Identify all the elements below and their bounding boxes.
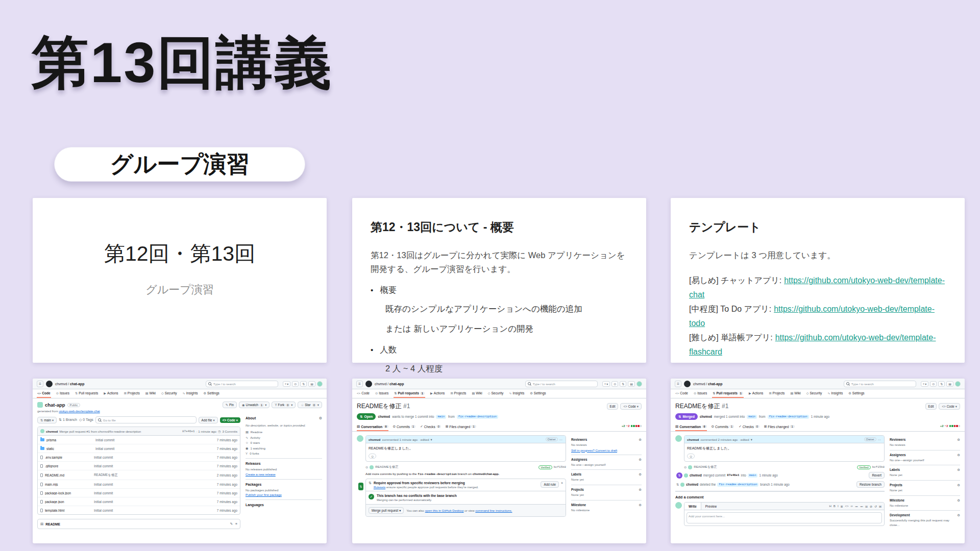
github-logo-icon[interactable]: [46, 381, 53, 387]
pr-tab[interactable]: ⊞Files changed1: [764, 423, 795, 431]
gear-icon[interactable]: ⚙: [957, 498, 960, 502]
about-item[interactable]: ▤Readme: [246, 430, 322, 434]
hamburger-menu-icon[interactable]: ≡: [356, 381, 363, 387]
repo-nav-tab[interactable]: ◇Security: [487, 389, 504, 398]
file-row[interactable]: .env.sample Initial commit 7 minutes ago: [38, 453, 240, 462]
file-row[interactable]: .gitignore Initial commit 7 minutes ago: [38, 462, 240, 470]
repo-nav-tab[interactable]: ▤Wiki: [790, 389, 801, 398]
outline-icon[interactable]: ≡: [235, 522, 237, 526]
comment-author[interactable]: chvmvd: [369, 438, 380, 441]
kebab-menu-icon[interactable]: ⋯: [559, 438, 563, 441]
repo-nav-tab[interactable]: <>Code: [356, 389, 370, 398]
comment-input[interactable]: Add your comment here...: [687, 512, 882, 523]
emoji-reaction-button[interactable]: ☺: [687, 454, 695, 459]
file-row[interactable]: prisma Initial commit 7 minutes ago: [38, 436, 240, 444]
head-branch-label[interactable]: fix-readme-description: [768, 415, 809, 419]
formatting-tool-icon[interactable]: H: [829, 505, 831, 508]
avatar[interactable]: [357, 435, 363, 442]
formatting-tool-icon[interactable]: B: [834, 505, 836, 508]
formatting-tool-icon[interactable]: ⊠: [879, 505, 881, 508]
formatting-tool-icon[interactable]: ↺: [874, 505, 877, 508]
merged-commit-hash[interactable]: 87e46e1: [727, 473, 739, 477]
repo-nav-tab[interactable]: ⚙Settings: [529, 389, 546, 398]
formatting-tool-icon[interactable]: ≔: [855, 505, 858, 508]
code-button[interactable]: <>Code▾: [939, 403, 960, 410]
repo-nav-tab[interactable]: ▶Actions: [103, 389, 118, 398]
pull-requests-icon[interactable]: ⇅: [938, 381, 945, 387]
edit-icon[interactable]: ✎: [230, 522, 233, 526]
edit-button[interactable]: Edit: [925, 403, 937, 410]
about-item[interactable]: Y0 forks: [246, 452, 322, 455]
pr-tab[interactable]: ⊙Commits1: [712, 423, 734, 431]
repo-nav-tab[interactable]: ▤Wiki: [145, 389, 156, 398]
readme-section-header[interactable]: ▤ README ✎≡: [37, 519, 240, 529]
edit-button[interactable]: Edit: [607, 403, 619, 410]
create-release-link[interactable]: Create a new release: [246, 472, 276, 476]
file-row[interactable]: static Initial commit 7 minutes ago: [38, 444, 240, 453]
base-branch-label[interactable]: main: [748, 473, 758, 478]
gear-icon[interactable]: ⚙: [957, 513, 960, 517]
fork-button[interactable]: YFork0▾: [272, 402, 296, 408]
add-file-button[interactable]: Add file▾: [199, 417, 218, 423]
repo-nav-tab[interactable]: <>Code: [675, 389, 689, 398]
gear-icon[interactable]: ⚙: [319, 416, 322, 420]
repo-nav-tab[interactable]: ⊙Issues: [375, 389, 389, 398]
create-new-button[interactable]: +▾: [921, 381, 929, 387]
base-branch-label[interactable]: main: [747, 415, 757, 419]
github-logo-icon[interactable]: [365, 381, 372, 387]
revert-button[interactable]: Revert: [869, 472, 885, 479]
head-branch-label[interactable]: fix-readme-description: [457, 415, 498, 419]
create-new-button[interactable]: +▾: [283, 381, 291, 387]
tags-count[interactable]: ◇ 0 Tags: [79, 418, 93, 422]
file-row[interactable]: package-lock.json Initial commit 7 minut…: [38, 489, 240, 497]
repo-nav-tab[interactable]: ⇅Pull requests: [75, 389, 99, 398]
repo-nav-tab[interactable]: ∿Insights: [827, 389, 843, 398]
cli-instructions-link[interactable]: command line instructions.: [475, 509, 512, 512]
pr-tab[interactable]: ✓Checks0: [739, 423, 760, 431]
merge-pull-request-button[interactable]: Merge pull request▾: [369, 507, 404, 514]
avatar[interactable]: [675, 435, 682, 442]
repo-nav-tab[interactable]: ⚙Settings: [203, 389, 220, 398]
gear-icon[interactable]: ⚙: [957, 483, 960, 487]
repo-nav-tab[interactable]: ⊞Projects: [124, 389, 140, 398]
commit-hash[interactable]: bcf15b8: [554, 465, 566, 469]
close-icon[interactable]: ×: [561, 481, 563, 485]
inbox-icon[interactable]: ▤: [946, 381, 953, 387]
issues-icon[interactable]: ⊙: [930, 381, 937, 387]
search-input[interactable]: Type / to search: [525, 381, 598, 387]
inbox-icon[interactable]: ▤: [308, 381, 315, 387]
packages-heading[interactable]: Packages: [246, 483, 322, 486]
formatting-tool-icon[interactable]: I: [838, 505, 839, 508]
formatting-tool-icon[interactable]: ∞: [851, 505, 853, 508]
repo-nav-tab[interactable]: ◇Security: [806, 389, 823, 398]
pin-button[interactable]: ✎Pin: [223, 402, 237, 408]
sidebar-link[interactable]: Still in progress? Convert to draft: [571, 448, 642, 452]
releases-heading[interactable]: Releases: [246, 462, 322, 465]
hamburger-menu-icon[interactable]: ≡: [37, 381, 43, 387]
pr-tab[interactable]: ▤Conversation0: [357, 423, 388, 431]
repo-nav-tab[interactable]: ⇅Pull requests1: [394, 389, 425, 398]
file-row[interactable]: package.json Initial commit 7 minutes ag…: [38, 497, 240, 506]
restore-branch-button[interactable]: Restore branch: [856, 481, 885, 488]
repo-name[interactable]: chat-app: [45, 402, 65, 408]
repo-nav-tab[interactable]: ⊙Issues: [56, 389, 70, 398]
gear-icon[interactable]: ⚙: [639, 488, 642, 491]
gear-icon[interactable]: ⚙: [639, 458, 642, 461]
repo-nav-tab[interactable]: ◇Security: [161, 389, 178, 398]
formatting-tool-icon[interactable]: <>: [845, 505, 849, 508]
repo-nav-tab[interactable]: ▶Actions: [430, 389, 445, 398]
emoji-reaction-button[interactable]: ☺: [369, 454, 376, 459]
formatting-tool-icon[interactable]: ⊞: [865, 505, 868, 508]
pr-author[interactable]: chvmvd: [700, 415, 712, 418]
pr-tab[interactable]: ✓Checks0: [420, 423, 441, 431]
issues-icon[interactable]: ⊙: [611, 381, 618, 387]
breadcrumb-owner[interactable]: chvmvd: [693, 382, 705, 386]
pr-author[interactable]: chvmvd: [378, 415, 390, 418]
gear-icon[interactable]: ⚙: [957, 468, 960, 471]
repo-nav-tab[interactable]: ▶Actions: [748, 389, 764, 398]
create-new-button[interactable]: +▾: [602, 381, 610, 387]
repo-nav-tab[interactable]: ⊙Issues: [693, 389, 707, 398]
gear-icon[interactable]: ⚙: [957, 438, 960, 441]
unwatch-button[interactable]: ◉Unwatch1▾: [239, 402, 270, 408]
search-input[interactable]: Type / to search: [206, 381, 278, 387]
